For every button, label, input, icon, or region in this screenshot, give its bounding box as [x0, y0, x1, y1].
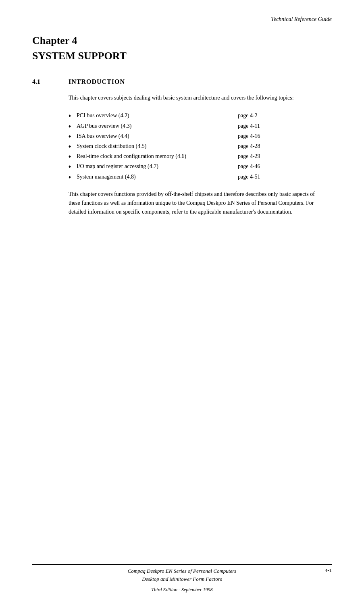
footer-edition: Third Edition - September 1998 — [32, 587, 332, 593]
page-footer: Compaq Deskpro EN Series of Personal Com… — [32, 564, 332, 593]
bullet-label: PCI bus overview (4.2) — [77, 110, 238, 121]
chapter-title: SYSTEM SUPPORT — [32, 50, 332, 62]
page-header: Technical Reference Guide — [32, 16, 332, 23]
list-item: ♦AGP bus overview (4.3)page 4-11 — [69, 121, 324, 131]
bullet-page: page 4-51 — [238, 172, 270, 182]
bullet-page: page 4-29 — [238, 151, 270, 161]
chapter-number: Chapter 4 — [32, 35, 332, 47]
bullet-label: AGP bus overview (4.3) — [77, 121, 238, 131]
closing-paragraph: This chapter covers functions provided b… — [69, 190, 324, 217]
intro-paragraph: This chapter covers subjects dealing wit… — [69, 94, 324, 102]
list-item: ♦I/O map and register accessing (4.7)pag… — [69, 161, 324, 171]
footer-line2: Desktop and Minitower Form Factors — [128, 575, 237, 583]
footer-page-number: 4-1 — [325, 567, 332, 574]
bullet-diamond-icon: ♦ — [69, 122, 73, 131]
bullet-diamond-icon: ♦ — [69, 142, 73, 151]
bullet-page: page 4-2 — [238, 110, 270, 121]
bullet-diamond-icon: ♦ — [69, 112, 73, 121]
list-item: ♦PCI bus overview (4.2)page 4-2 — [69, 110, 324, 121]
list-item: ♦System clock distribution (4.5)page 4-2… — [69, 141, 324, 151]
footer-main: Compaq Deskpro EN Series of Personal Com… — [32, 567, 332, 583]
bullet-page: page 4-46 — [238, 161, 270, 171]
bullet-diamond-icon: ♦ — [69, 162, 73, 171]
footer-divider — [32, 564, 332, 565]
bullet-label: System management (4.8) — [77, 172, 238, 182]
bullet-diamond-icon: ♦ — [69, 132, 73, 141]
footer-line1: Compaq Deskpro EN Series of Personal Com… — [128, 567, 237, 575]
list-item: ♦System management (4.8)page 4-51 — [69, 172, 324, 182]
bullet-label: ISA bus overview (4.4) — [77, 131, 238, 141]
bullet-label: Real-time clock and configuration memory… — [77, 151, 238, 161]
list-item: ♦ISA bus overview (4.4)page 4-16 — [69, 131, 324, 141]
header-text: Technical Reference Guide — [271, 16, 332, 22]
bullet-page: page 4-16 — [238, 131, 270, 141]
bullet-label: System clock distribution (4.5) — [77, 141, 238, 151]
section-content: This chapter covers subjects dealing wit… — [69, 94, 324, 217]
bullet-page: page 4-28 — [238, 141, 270, 151]
bullet-label: I/O map and register accessing (4.7) — [77, 161, 238, 171]
topic-list: ♦PCI bus overview (4.2)page 4-2♦AGP bus … — [69, 110, 324, 181]
bullet-page: page 4-11 — [238, 121, 270, 131]
page: Technical Reference Guide Chapter 4 SYST… — [0, 0, 364, 605]
section-title: INTRODUCTION — [69, 78, 125, 85]
bullet-diamond-icon: ♦ — [69, 173, 73, 182]
section-number: 4.1 — [32, 78, 52, 85]
footer-center: Compaq Deskpro EN Series of Personal Com… — [128, 567, 237, 583]
bullet-diamond-icon: ♦ — [69, 152, 73, 161]
section-header: 4.1 INTRODUCTION — [32, 78, 332, 85]
list-item: ♦Real-time clock and configuration memor… — [69, 151, 324, 161]
